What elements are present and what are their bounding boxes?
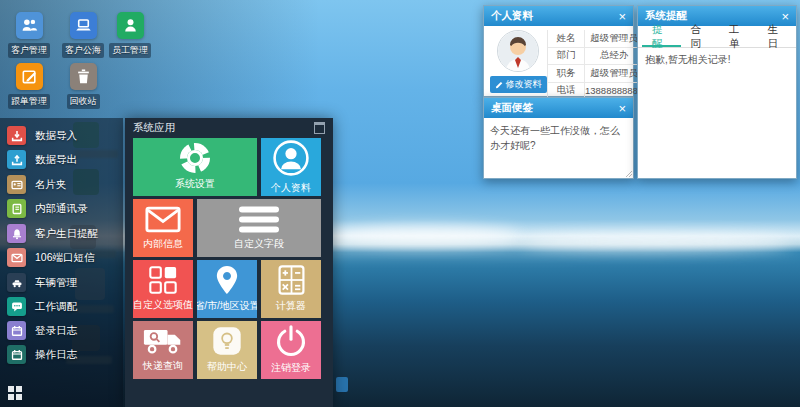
close-icon[interactable]: × [781, 10, 789, 23]
desktop-icon-label: 回收站 [67, 94, 100, 109]
contacts-book-icon [7, 199, 26, 218]
sidebar-item-vehicle-management[interactable]: 车辆管理 [7, 273, 77, 292]
sidebar-item-data-import[interactable]: 数据导入 [7, 126, 77, 145]
desktop-icon-label: 客户管理 [8, 43, 50, 58]
bell-icon [7, 224, 26, 243]
tile-label: 计算器 [276, 299, 306, 313]
user-circle-icon [272, 139, 310, 177]
car-icon [7, 273, 26, 292]
sidebar-item-operation-log[interactable]: 操作日志 [7, 345, 77, 364]
sidebar-item-label: 名片夹 [35, 178, 67, 192]
tile-region-settings[interactable]: 省/市/地区设置 [197, 260, 257, 318]
reminder-content: 抱歉,暂无相关记录! [638, 48, 796, 178]
tile-express-tracking[interactable]: 快递查询 [133, 321, 193, 379]
calculator-icon [278, 265, 305, 295]
sidebar-item-label: 客户生日提醒 [35, 227, 98, 241]
tab-contracts[interactable]: 合同 [681, 26, 720, 47]
panel-title: 系统提醒 [645, 9, 687, 23]
edit-profile-button[interactable]: 修改资料 [490, 76, 547, 93]
start-pane [8, 394, 14, 400]
tile-label: 系统设置 [175, 177, 215, 191]
tile-label: 注销登录 [271, 361, 311, 375]
tab-work-orders[interactable]: 工单 [719, 26, 758, 47]
field-label: 职务 [548, 65, 585, 82]
avatar [497, 30, 539, 72]
desktop-icon-customer-management[interactable]: 客户管理 [1, 12, 57, 58]
lightbulb-icon [212, 326, 242, 356]
sidebar-item-data-export[interactable]: 数据导出 [7, 150, 77, 169]
note-panel-header: 桌面便签 × [484, 98, 633, 118]
customers-icon [16, 12, 43, 39]
tile-label: 自定义字段 [234, 237, 284, 251]
tile-help-center[interactable]: 帮助中心 [197, 321, 257, 379]
menu-bars-icon [239, 206, 279, 233]
panel-title: 系统应用 [133, 121, 175, 135]
sidebar-item-label: 数据导入 [35, 129, 77, 143]
profile-left-column: 修改资料 [489, 30, 547, 99]
tab-reminders[interactable]: 提醒 [642, 26, 681, 47]
chat-icon [7, 297, 26, 316]
tile-system-settings[interactable]: 系统设置 [133, 138, 257, 196]
tile-label: 内部信息 [143, 237, 183, 251]
envelope-icon [145, 206, 181, 233]
desktop-icon-recycle-bin[interactable]: 回收站 [55, 63, 111, 109]
tile-label: 快递查询 [143, 359, 183, 373]
desktop-icon-label: 跟单管理 [8, 94, 50, 109]
trash-icon [70, 63, 97, 90]
calendar-icon [7, 345, 26, 364]
profile-body: 修改资料 姓名 超级管理员 部门 总经办 职务 超级管理员 电话 1 [484, 26, 633, 103]
start-pane [16, 394, 22, 400]
desktop-icon-order-management[interactable]: 跟单管理 [1, 63, 57, 109]
sidebar-item-sms-port[interactable]: 106端口短信 [7, 248, 95, 267]
sidebar-item-label: 车辆管理 [35, 276, 77, 290]
sidebar-item-internal-contacts[interactable]: 内部通讯录 [7, 199, 88, 218]
laptop-hand-icon [70, 12, 97, 39]
delivery-truck-icon [143, 327, 183, 355]
desktop-icon-label: 客户公海 [62, 43, 104, 58]
resize-handle-icon[interactable] [624, 169, 632, 177]
desktop-icon-employee-management[interactable]: 员工管理 [102, 12, 158, 58]
tile-logout[interactable]: 注销登录 [261, 321, 321, 379]
sidebar: 数据导入 数据导出 名片夹 内部通讯录 客户生日提醒 [0, 118, 123, 407]
import-icon [7, 126, 26, 145]
profile-row: 部门 总经办 [548, 48, 643, 66]
tile-label: 省/市/地区设置 [197, 299, 257, 313]
field-value: 13888888888 [585, 85, 643, 96]
tile-personal-profile[interactable]: 个人资料 [261, 138, 321, 196]
profile-table: 姓名 超级管理员 部门 总经办 职务 超级管理员 电话 13888888888 [547, 30, 643, 99]
close-icon[interactable]: × [618, 102, 626, 115]
sidebar-item-work-allocation[interactable]: 工作调配 [7, 297, 77, 316]
start-button[interactable] [8, 386, 22, 400]
sidebar-item-label: 106端口短信 [35, 251, 95, 265]
tile-label: 个人资料 [271, 181, 311, 195]
sidebar-item-label: 操作日志 [35, 348, 77, 362]
start-pane [16, 386, 22, 392]
tile-internal-messages[interactable]: 内部信息 [133, 199, 193, 257]
calendar-icon [7, 321, 26, 340]
tab-birthdays[interactable]: 生日 [758, 26, 797, 47]
gear-icon [180, 143, 210, 173]
employee-icon [117, 12, 144, 39]
field-value: 超级管理员 [585, 67, 643, 80]
sidebar-item-label: 登录日志 [35, 324, 77, 338]
profile-row: 姓名 超级管理员 [548, 30, 643, 48]
desktop-icon-label: 员工管理 [109, 43, 151, 58]
note-content[interactable]: 今天还有一些工作没做，怎么办才好呢? [484, 118, 633, 178]
profile-panel: 个人资料 × 修改资料 姓名 超级管理员 部门 总经办 [483, 5, 634, 97]
tile-label: 自定义选项值 [133, 298, 193, 312]
field-label: 部门 [548, 48, 585, 65]
tile-custom-fields[interactable]: 自定义字段 [197, 199, 321, 257]
map-pin-icon [215, 265, 239, 295]
window-icon[interactable] [314, 122, 325, 134]
tile-calculator[interactable]: 计算器 [261, 260, 321, 318]
close-icon[interactable]: × [618, 10, 626, 23]
power-icon [275, 325, 307, 357]
sidebar-item-login-log[interactable]: 登录日志 [7, 321, 77, 340]
field-label: 姓名 [548, 30, 585, 47]
tile-custom-options[interactable]: 自定义选项值 [133, 260, 193, 318]
profile-panel-header: 个人资料 × [484, 6, 633, 26]
sidebar-item-card-holder[interactable]: 名片夹 [7, 175, 67, 194]
tile-label: 帮助中心 [207, 360, 247, 374]
ghost-desktop-icon [336, 377, 348, 392]
sidebar-item-birthday-reminder[interactable]: 客户生日提醒 [7, 224, 98, 243]
